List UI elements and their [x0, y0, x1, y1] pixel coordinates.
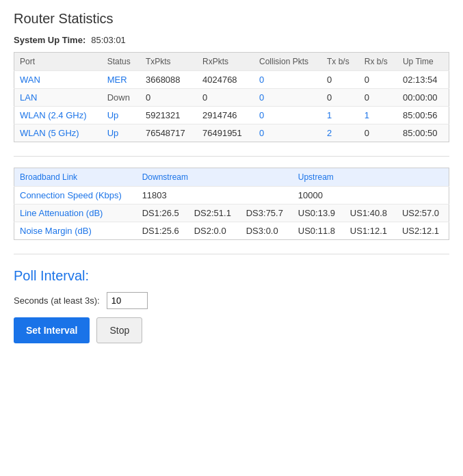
port-rxbs: 1 — [359, 107, 397, 124]
port-txbs: 1 — [321, 107, 359, 124]
port-status: Down — [102, 89, 140, 107]
port-collision: 0 — [254, 89, 321, 107]
bb-us1: US0:13.9 — [293, 204, 345, 222]
bb-label: Connection Speed (Kbps) — [14, 187, 137, 204]
broadband-table: Broadband Link Downstream Upstream Conne… — [14, 168, 449, 240]
bb-label: Line Attenuation (dB) — [14, 204, 137, 222]
bb-ds: 11803 — [137, 187, 293, 204]
port-rxpkts: 4024768 — [197, 71, 254, 89]
port-name: LAN — [14, 89, 102, 107]
col-header-txpkts: TxPkts — [140, 53, 197, 71]
port-rxbs: 0 — [359, 124, 397, 142]
port-rxbs: 0 — [359, 71, 397, 89]
port-uptime: 02:13:54 — [397, 71, 449, 89]
port-uptime: 00:00:00 — [397, 89, 449, 107]
poll-seconds-label: Seconds (at least 3s): — [14, 295, 100, 306]
table-row: Line Attenuation (dB) DS1:26.5 DS2:51.1 … — [14, 204, 449, 222]
port-txpkts: 76548717 — [140, 124, 197, 142]
uptime-label: System Up Time: — [14, 35, 85, 45]
table-row: Connection Speed (Kbps) 11803 10000 — [14, 187, 449, 204]
port-txpkts: 3668088 — [140, 71, 197, 89]
port-name: WLAN (5 GHz) — [14, 124, 102, 142]
port-uptime: 85:00:50 — [397, 124, 449, 142]
col-header-rxpkts: RxPkts — [197, 53, 254, 71]
page-title: Router Statistics — [14, 11, 449, 27]
table-row: WLAN (2.4 GHz) Up 5921321 2914746 0 1 1 … — [14, 107, 449, 124]
bb-us2: US1:12.1 — [345, 222, 397, 240]
port-status: Up — [102, 124, 140, 142]
bb-ds2: DS2:0.0 — [189, 222, 241, 240]
port-rxpkts: 76491951 — [197, 124, 254, 142]
poll-section: Poll Interval: Seconds (at least 3s): Se… — [14, 268, 449, 343]
bb-header-downstream: Downstream — [137, 168, 293, 187]
uptime-value: 85:03:01 — [91, 35, 126, 45]
port-status: Up — [102, 107, 140, 124]
port-collision: 0 — [254, 124, 321, 142]
table-row: Noise Margin (dB) DS1:25.6 DS2:0.0 DS3:0… — [14, 222, 449, 240]
bb-ds1: DS1:25.6 — [137, 222, 189, 240]
section-divider-1 — [14, 156, 449, 157]
bb-ds3: DS3:0.0 — [241, 222, 293, 240]
port-txbs: 0 — [321, 89, 359, 107]
table-row: LAN Down 0 0 0 0 0 00:00:00 — [14, 89, 449, 107]
bb-us: 10000 — [293, 187, 449, 204]
table-row: WAN MER 3668088 4024768 0 0 0 02:13:54 — [14, 71, 449, 89]
col-header-status: Status — [102, 53, 140, 71]
port-txpkts: 5921321 — [140, 107, 197, 124]
bb-us3: US2:12.1 — [397, 222, 449, 240]
stop-button[interactable]: Stop — [96, 317, 142, 343]
poll-seconds-input[interactable] — [107, 292, 148, 309]
col-header-rxbs: Rx b/s — [359, 53, 397, 71]
port-collision: 0 — [254, 71, 321, 89]
bb-us2: US1:40.8 — [345, 204, 397, 222]
poll-title: Poll Interval: — [14, 268, 449, 284]
bb-ds1: DS1:26.5 — [137, 204, 189, 222]
port-rxpkts: 2914746 — [197, 107, 254, 124]
port-status: MER — [102, 71, 140, 89]
ports-table: Port Status TxPkts RxPkts Collision Pkts… — [14, 52, 449, 142]
col-header-collision: Collision Pkts — [254, 53, 321, 71]
bb-header-link: Broadband Link — [14, 168, 137, 187]
bb-ds2: DS2:51.1 — [189, 204, 241, 222]
section-divider-2 — [14, 254, 449, 254]
port-collision: 0 — [254, 107, 321, 124]
col-header-uptime: Up Time — [397, 53, 449, 71]
col-header-port: Port — [14, 53, 102, 71]
bb-label: Noise Margin (dB) — [14, 222, 137, 240]
port-txbs: 0 — [321, 71, 359, 89]
bb-ds3: DS3:75.7 — [241, 204, 293, 222]
port-rxpkts: 0 — [197, 89, 254, 107]
port-rxbs: 0 — [359, 89, 397, 107]
set-interval-button[interactable]: Set Interval — [14, 317, 90, 343]
bb-us1: US0:11.8 — [293, 222, 345, 240]
bb-us3: US2:57.0 — [397, 204, 449, 222]
port-txpkts: 0 — [140, 89, 197, 107]
port-name: WAN — [14, 71, 102, 89]
table-row: WLAN (5 GHz) Up 76548717 76491951 0 2 0 … — [14, 124, 449, 142]
bb-header-upstream: Upstream — [293, 168, 449, 187]
port-uptime: 85:00:56 — [397, 107, 449, 124]
port-name: WLAN (2.4 GHz) — [14, 107, 102, 124]
port-txbs: 2 — [321, 124, 359, 142]
col-header-txbs: Tx b/s — [321, 53, 359, 71]
